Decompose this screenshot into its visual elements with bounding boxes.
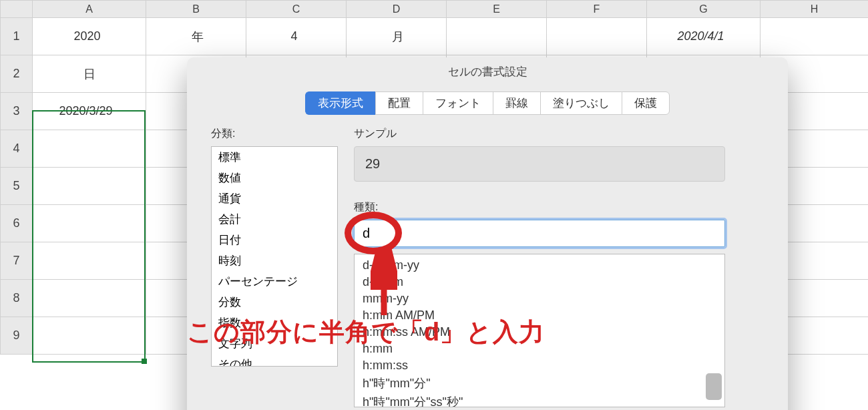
row-header[interactable]: 7 bbox=[1, 242, 33, 280]
col-header[interactable]: A bbox=[33, 1, 146, 18]
sample-label: サンプル bbox=[354, 127, 764, 141]
selection-handle[interactable] bbox=[142, 359, 147, 364]
col-header[interactable]: F bbox=[547, 1, 647, 18]
dialog-title: セルの書式設定 bbox=[187, 57, 788, 91]
tab-alignment[interactable]: 配置 bbox=[375, 91, 423, 115]
row-header[interactable]: 4 bbox=[1, 130, 33, 168]
tab-fill[interactable]: 塗りつぶし bbox=[540, 91, 622, 115]
category-item[interactable]: 通貨 bbox=[212, 188, 337, 209]
type-option[interactable]: h:mm bbox=[355, 341, 724, 357]
cell-A4[interactable] bbox=[33, 130, 146, 168]
col-header[interactable]: E bbox=[447, 1, 547, 18]
tab-border[interactable]: 罫線 bbox=[493, 91, 540, 115]
cell-E1[interactable] bbox=[447, 18, 547, 55]
category-list[interactable]: 標準 数値 通貨 会計 日付 時刻 パーセンテージ 分数 指数 文字列 その他 … bbox=[211, 146, 338, 367]
type-option[interactable]: h:mm:ss AM/PM bbox=[355, 324, 724, 341]
row-header[interactable]: 9 bbox=[1, 317, 33, 355]
type-option[interactable]: h"時"mm"分" bbox=[355, 374, 724, 393]
type-label: 種類: bbox=[354, 200, 764, 214]
row-header[interactable]: 8 bbox=[1, 280, 33, 317]
cell-A7[interactable] bbox=[33, 242, 146, 280]
category-item[interactable]: 標準 bbox=[212, 147, 337, 168]
col-header[interactable]: B bbox=[146, 1, 246, 18]
category-item[interactable]: パーセンテージ bbox=[212, 271, 337, 292]
type-option[interactable]: h"時"mm"分"ss"秒" bbox=[355, 393, 724, 407]
cell-A2[interactable]: 日 bbox=[33, 55, 146, 93]
category-item[interactable]: 文字列 bbox=[212, 333, 337, 354]
tab-number-format[interactable]: 表示形式 bbox=[305, 91, 375, 115]
cell-F1[interactable] bbox=[547, 18, 647, 55]
category-item[interactable]: 会計 bbox=[212, 209, 337, 230]
col-header[interactable]: G bbox=[647, 1, 761, 18]
cell-C1[interactable]: 4 bbox=[246, 18, 347, 55]
category-item[interactable]: 日付 bbox=[212, 230, 337, 250]
corner[interactable] bbox=[1, 1, 33, 18]
cell-G1[interactable]: 2020/4/1 bbox=[647, 18, 761, 55]
type-option[interactable]: mmm-yy bbox=[355, 290, 724, 307]
type-option[interactable]: h:mm AM/PM bbox=[355, 307, 724, 324]
tab-font[interactable]: フォント bbox=[423, 91, 493, 115]
type-list[interactable]: d-mmm-yy d-mmm mmm-yy h:mm AM/PM h:mm:ss… bbox=[354, 254, 725, 407]
dialog-tabbar: 表示形式 配置 フォント 罫線 塗りつぶし 保護 bbox=[187, 91, 788, 115]
sample-value: 29 bbox=[354, 146, 725, 182]
cell-B1[interactable]: 年 bbox=[146, 18, 246, 55]
cell-A1[interactable]: 2020 bbox=[33, 18, 146, 55]
row-header[interactable]: 6 bbox=[1, 205, 33, 242]
category-item[interactable]: 分数 bbox=[212, 292, 337, 313]
tab-protection[interactable]: 保護 bbox=[622, 91, 670, 115]
col-header[interactable]: D bbox=[347, 1, 447, 18]
type-option[interactable]: d-mmm-yy bbox=[355, 257, 724, 274]
cell-A6[interactable] bbox=[33, 205, 146, 242]
col-header[interactable]: H bbox=[761, 1, 869, 18]
category-item[interactable]: 数値 bbox=[212, 168, 337, 188]
scrollbar-thumb[interactable] bbox=[706, 373, 722, 400]
type-option[interactable]: d-mmm bbox=[355, 274, 724, 290]
cell-D1[interactable]: 月 bbox=[347, 18, 447, 55]
row-header[interactable]: 3 bbox=[1, 93, 33, 130]
category-item[interactable]: 時刻 bbox=[212, 250, 337, 271]
category-label: 分類: bbox=[211, 127, 338, 141]
cell-H1[interactable] bbox=[761, 18, 869, 55]
col-header[interactable]: C bbox=[246, 1, 347, 18]
row-header[interactable]: 2 bbox=[1, 55, 33, 93]
format-cells-dialog: セルの書式設定 表示形式 配置 フォント 罫線 塗りつぶし 保護 分類: 標準 … bbox=[187, 57, 788, 410]
type-input[interactable] bbox=[354, 220, 725, 247]
category-item[interactable]: 指数 bbox=[212, 313, 337, 333]
type-option[interactable]: h:mm:ss bbox=[355, 357, 724, 374]
row-header[interactable]: 1 bbox=[1, 18, 33, 55]
cell-A3[interactable]: 2020/3/29 bbox=[33, 93, 146, 130]
category-item[interactable]: その他 bbox=[212, 354, 337, 367]
cell-A5[interactable] bbox=[33, 168, 146, 205]
row-header[interactable]: 5 bbox=[1, 168, 33, 205]
cell-A8[interactable] bbox=[33, 280, 146, 317]
cell[interactable] bbox=[33, 317, 146, 355]
